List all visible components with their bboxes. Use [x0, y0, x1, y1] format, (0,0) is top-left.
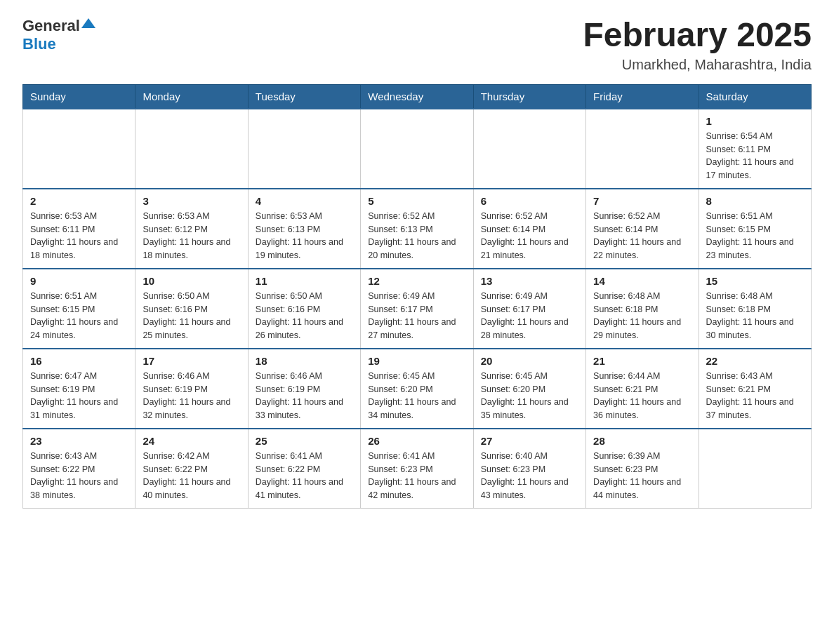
logo-blue: Blue [22, 35, 56, 53]
day-info: Sunrise: 6:52 AMSunset: 6:13 PMDaylight:… [368, 210, 465, 262]
calendar-cell: 13Sunrise: 6:49 AMSunset: 6:17 PMDayligh… [473, 269, 585, 349]
day-info: Sunrise: 6:49 AMSunset: 6:17 PMDaylight:… [481, 290, 578, 342]
calendar-cell: 25Sunrise: 6:41 AMSunset: 6:22 PMDayligh… [248, 429, 360, 509]
logo: General Blue [22, 17, 95, 53]
calendar-cell: 26Sunrise: 6:41 AMSunset: 6:23 PMDayligh… [361, 429, 473, 509]
calendar-cell: 19Sunrise: 6:45 AMSunset: 6:20 PMDayligh… [361, 349, 473, 429]
day-info: Sunrise: 6:53 AMSunset: 6:13 PMDaylight:… [256, 210, 353, 262]
day-info: Sunrise: 6:51 AMSunset: 6:15 PMDaylight:… [706, 210, 804, 262]
calendar-cell: 24Sunrise: 6:42 AMSunset: 6:22 PMDayligh… [135, 429, 248, 509]
day-number: 10 [143, 275, 240, 287]
day-number: 6 [481, 195, 578, 207]
title-section: February 2025 Umarkhed, Maharashtra, Ind… [583, 17, 812, 73]
weekday-header-sunday: Sunday [23, 84, 135, 109]
day-info: Sunrise: 6:39 AMSunset: 6:23 PMDaylight:… [593, 450, 691, 502]
calendar-cell: 2Sunrise: 6:53 AMSunset: 6:11 PMDaylight… [23, 189, 135, 269]
day-number: 11 [256, 275, 353, 287]
calendar-cell: 17Sunrise: 6:46 AMSunset: 6:19 PMDayligh… [135, 349, 248, 429]
weekday-header-friday: Friday [586, 84, 699, 109]
calendar-week-row: 2Sunrise: 6:53 AMSunset: 6:11 PMDaylight… [23, 189, 812, 269]
day-number: 4 [256, 195, 353, 207]
day-number: 25 [256, 435, 353, 447]
calendar-table: SundayMondayTuesdayWednesdayThursdayFrid… [22, 84, 812, 509]
calendar-cell: 27Sunrise: 6:40 AMSunset: 6:23 PMDayligh… [473, 429, 585, 509]
day-info: Sunrise: 6:53 AMSunset: 6:12 PMDaylight:… [143, 210, 240, 262]
day-number: 7 [593, 195, 691, 207]
calendar-week-row: 16Sunrise: 6:47 AMSunset: 6:19 PMDayligh… [23, 349, 812, 429]
day-number: 16 [30, 355, 128, 367]
day-number: 19 [368, 355, 465, 367]
weekday-header-wednesday: Wednesday [361, 84, 473, 109]
day-info: Sunrise: 6:46 AMSunset: 6:19 PMDaylight:… [256, 370, 353, 422]
page-header: General Blue February 2025 Umarkhed, Mah… [22, 17, 812, 73]
day-number: 8 [706, 195, 804, 207]
day-number: 15 [706, 275, 804, 287]
calendar-subtitle: Umarkhed, Maharashtra, India [583, 57, 812, 73]
day-info: Sunrise: 6:46 AMSunset: 6:19 PMDaylight:… [143, 370, 240, 422]
day-info: Sunrise: 6:45 AMSunset: 6:20 PMDaylight:… [368, 370, 465, 422]
day-number: 28 [593, 435, 691, 447]
day-info: Sunrise: 6:48 AMSunset: 6:18 PMDaylight:… [593, 290, 691, 342]
calendar-cell: 23Sunrise: 6:43 AMSunset: 6:22 PMDayligh… [23, 429, 135, 509]
day-number: 13 [481, 275, 578, 287]
day-info: Sunrise: 6:42 AMSunset: 6:22 PMDaylight:… [143, 450, 240, 502]
weekday-header-thursday: Thursday [473, 84, 585, 109]
calendar-cell: 11Sunrise: 6:50 AMSunset: 6:16 PMDayligh… [248, 269, 360, 349]
day-info: Sunrise: 6:52 AMSunset: 6:14 PMDaylight:… [593, 210, 691, 262]
day-number: 26 [368, 435, 465, 447]
day-number: 12 [368, 275, 465, 287]
calendar-cell: 7Sunrise: 6:52 AMSunset: 6:14 PMDaylight… [586, 189, 699, 269]
calendar-cell: 28Sunrise: 6:39 AMSunset: 6:23 PMDayligh… [586, 429, 699, 509]
day-info: Sunrise: 6:44 AMSunset: 6:21 PMDaylight:… [593, 370, 691, 422]
day-info: Sunrise: 6:49 AMSunset: 6:17 PMDaylight:… [368, 290, 465, 342]
calendar-cell: 16Sunrise: 6:47 AMSunset: 6:19 PMDayligh… [23, 349, 135, 429]
day-info: Sunrise: 6:51 AMSunset: 6:15 PMDaylight:… [30, 290, 128, 342]
day-number: 5 [368, 195, 465, 207]
day-info: Sunrise: 6:41 AMSunset: 6:22 PMDaylight:… [256, 450, 353, 502]
calendar-cell [135, 109, 248, 189]
calendar-week-row: 23Sunrise: 6:43 AMSunset: 6:22 PMDayligh… [23, 429, 812, 509]
day-info: Sunrise: 6:52 AMSunset: 6:14 PMDaylight:… [481, 210, 578, 262]
day-number: 27 [481, 435, 578, 447]
day-info: Sunrise: 6:48 AMSunset: 6:18 PMDaylight:… [706, 290, 804, 342]
calendar-cell: 22Sunrise: 6:43 AMSunset: 6:21 PMDayligh… [699, 349, 811, 429]
calendar-cell: 4Sunrise: 6:53 AMSunset: 6:13 PMDaylight… [248, 189, 360, 269]
calendar-week-row: 1Sunrise: 6:54 AMSunset: 6:11 PMDaylight… [23, 109, 812, 189]
day-number: 21 [593, 355, 691, 367]
calendar-body: 1Sunrise: 6:54 AMSunset: 6:11 PMDaylight… [23, 109, 812, 509]
calendar-cell [473, 109, 585, 189]
day-info: Sunrise: 6:47 AMSunset: 6:19 PMDaylight:… [30, 370, 128, 422]
day-number: 20 [481, 355, 578, 367]
day-number: 24 [143, 435, 240, 447]
calendar-cell: 10Sunrise: 6:50 AMSunset: 6:16 PMDayligh… [135, 269, 248, 349]
calendar-cell: 5Sunrise: 6:52 AMSunset: 6:13 PMDaylight… [361, 189, 473, 269]
calendar-cell: 15Sunrise: 6:48 AMSunset: 6:18 PMDayligh… [699, 269, 811, 349]
day-info: Sunrise: 6:45 AMSunset: 6:20 PMDaylight:… [481, 370, 578, 422]
logo-general: General [22, 17, 80, 35]
calendar-cell [699, 429, 811, 509]
logo-triangle-icon [81, 18, 95, 28]
calendar-header: SundayMondayTuesdayWednesdayThursdayFrid… [23, 84, 812, 109]
weekday-header-monday: Monday [135, 84, 248, 109]
calendar-title: February 2025 [583, 17, 812, 54]
day-info: Sunrise: 6:53 AMSunset: 6:11 PMDaylight:… [30, 210, 128, 262]
calendar-cell: 3Sunrise: 6:53 AMSunset: 6:12 PMDaylight… [135, 189, 248, 269]
weekday-header-row: SundayMondayTuesdayWednesdayThursdayFrid… [23, 84, 812, 109]
calendar-cell: 6Sunrise: 6:52 AMSunset: 6:14 PMDaylight… [473, 189, 585, 269]
day-number: 3 [143, 195, 240, 207]
day-info: Sunrise: 6:50 AMSunset: 6:16 PMDaylight:… [256, 290, 353, 342]
day-number: 23 [30, 435, 128, 447]
day-number: 14 [593, 275, 691, 287]
day-number: 2 [30, 195, 128, 207]
calendar-cell [361, 109, 473, 189]
day-info: Sunrise: 6:43 AMSunset: 6:21 PMDaylight:… [706, 370, 804, 422]
day-info: Sunrise: 6:43 AMSunset: 6:22 PMDaylight:… [30, 450, 128, 502]
calendar-cell [586, 109, 699, 189]
day-info: Sunrise: 6:50 AMSunset: 6:16 PMDaylight:… [143, 290, 240, 342]
calendar-cell: 20Sunrise: 6:45 AMSunset: 6:20 PMDayligh… [473, 349, 585, 429]
day-info: Sunrise: 6:54 AMSunset: 6:11 PMDaylight:… [706, 130, 804, 182]
day-number: 22 [706, 355, 804, 367]
calendar-cell: 1Sunrise: 6:54 AMSunset: 6:11 PMDaylight… [699, 109, 811, 189]
day-number: 17 [143, 355, 240, 367]
calendar-week-row: 9Sunrise: 6:51 AMSunset: 6:15 PMDaylight… [23, 269, 812, 349]
